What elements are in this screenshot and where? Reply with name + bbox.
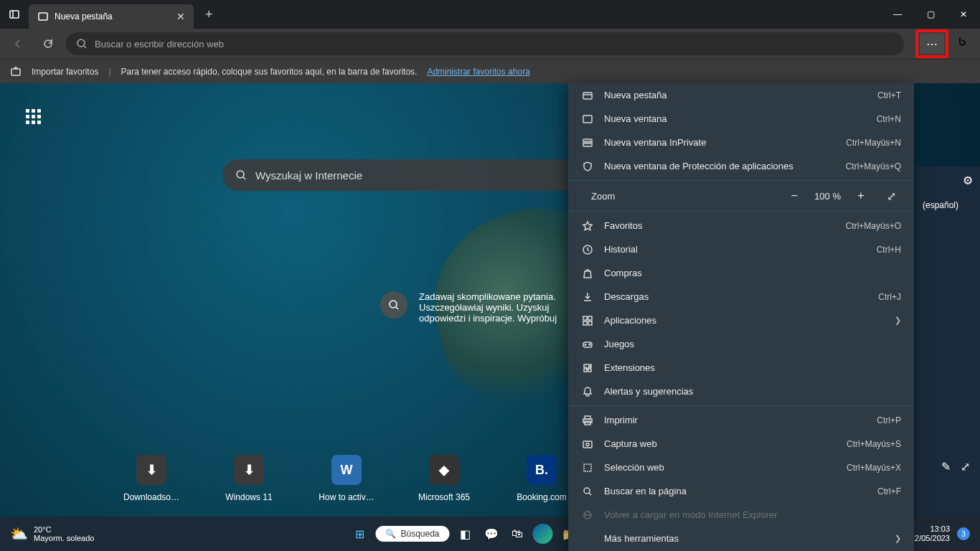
expand-icon[interactable]: ⤢: [961, 460, 970, 474]
menu-item-label: Juegos: [604, 339, 901, 349]
search-icon: [76, 38, 88, 50]
apps-grid-icon[interactable]: [26, 109, 42, 125]
browser-tab[interactable]: Nueva pestaña ✕: [29, 4, 194, 29]
manage-favorites-link[interactable]: Administrar favoritos ahora: [427, 67, 529, 77]
quick-link-tile: ◆: [429, 455, 459, 485]
chat-icon[interactable]: 💬: [481, 524, 501, 544]
menu-shortcut: Ctrl+H: [877, 245, 901, 255]
tab-icon: [37, 11, 49, 22]
menu-item-m-s-herramientas[interactable]: Más herramientas ❯: [568, 527, 914, 550]
menu-shortcut: Ctrl+Mayús+O: [846, 221, 901, 231]
menu-item-juegos[interactable]: Juegos: [568, 332, 914, 356]
menu-shortcut: Ctrl+J: [878, 292, 901, 302]
svg-rect-18: [588, 316, 592, 320]
search-icon: [235, 169, 247, 181]
chevron-right-icon: ❯: [895, 316, 901, 325]
fullscreen-button[interactable]: ⤢: [881, 189, 901, 203]
zoom-out-button[interactable]: −: [784, 189, 804, 202]
web-search-box[interactable]: Wyszukaj w Internecie: [222, 159, 581, 191]
quick-link-label: Windows 11: [225, 492, 272, 502]
taskbar-search[interactable]: 🔍 Búsqueda: [375, 526, 449, 542]
menu-item-nueva-pesta-a[interactable]: Nueva pestaña Ctrl+T: [568, 83, 914, 107]
browser-toolbar: Buscar o escribir dirección web ⋯: [0, 29, 980, 59]
svg-rect-2: [39, 13, 47, 20]
menu-item-label: Nueva ventana InPrivate: [604, 137, 836, 148]
titlebar: Nueva pestaña ✕ + — ▢ ✕: [0, 0, 980, 29]
menu-separator: [568, 180, 914, 181]
menu-item-nueva-ventana-inprivate[interactable]: Nueva ventana InPrivate Ctrl+Mayús+N: [568, 131, 914, 154]
apps-icon: [581, 315, 594, 326]
svg-point-8: [390, 301, 397, 308]
menu-shortcut: Ctrl+N: [877, 114, 901, 124]
svg-rect-12: [583, 116, 592, 123]
ai-hint: Zadawaj skomplikowane pytania. Uszczegół…: [380, 291, 581, 324]
refresh-button[interactable]: [36, 32, 60, 56]
svg-rect-0: [10, 11, 19, 18]
svg-line-9: [396, 307, 398, 309]
menu-item-label: Aplicaciones: [604, 315, 885, 326]
menu-item-label: Compras: [604, 268, 901, 278]
menu-item-historial[interactable]: Historial Ctrl+H: [568, 237, 914, 261]
menu-item-captura-web[interactable]: Captura web Ctrl+Mayús+S: [568, 432, 914, 456]
address-bar[interactable]: Buscar o escribir dirección web: [66, 32, 904, 55]
store-icon[interactable]: 🛍: [507, 524, 527, 544]
quick-link[interactable]: ⬇Downloadso…: [122, 455, 181, 502]
bing-button[interactable]: [950, 29, 974, 54]
quick-link-tile: W: [331, 455, 362, 485]
menu-shortcut: Ctrl+F: [877, 486, 901, 496]
maximize-button[interactable]: ▢: [914, 0, 947, 29]
menu-item-descargas[interactable]: Descargas Ctrl+J: [568, 285, 914, 309]
weather-desc: Mayorm. soleado: [34, 534, 94, 542]
quick-link[interactable]: WHow to activ…: [317, 455, 376, 502]
back-button[interactable]: [6, 32, 30, 56]
svg-point-3: [77, 39, 85, 47]
zoom-in-button[interactable]: +: [851, 189, 871, 202]
quick-link-tile: ⬇: [234, 455, 264, 485]
menu-item-nueva-ventana-de-protecci-n-de-aplicaciones[interactable]: Nueva ventana de Protección de aplicacio…: [568, 154, 914, 178]
new-tab-button[interactable]: +: [199, 4, 219, 25]
menu-shortcut: Ctrl+Mayús+S: [847, 439, 901, 449]
tab-actions-icon[interactable]: [9, 9, 20, 20]
menu-item-favoritos[interactable]: Favoritos Ctrl+Mayús+O: [568, 214, 914, 237]
quick-link[interactable]: B.Booking.com: [512, 455, 571, 502]
menu-item-label: Selección web: [604, 462, 837, 473]
weather-widget[interactable]: ⛅ 20°C Mayorm. soleado: [0, 525, 104, 542]
task-view-button[interactable]: ◧: [456, 524, 476, 544]
close-tab-icon[interactable]: ✕: [176, 11, 185, 22]
menu-shortcut: Ctrl+T: [877, 90, 901, 100]
minimize-button[interactable]: —: [881, 0, 914, 29]
menu-item-imprimir[interactable]: Imprimir Ctrl+P: [568, 408, 914, 432]
games-icon: [581, 339, 594, 350]
menu-item-nueva-ventana[interactable]: Nueva ventana Ctrl+N: [568, 107, 914, 131]
svg-rect-5: [11, 69, 20, 75]
menu-shortcut: Ctrl+Mayús+N: [846, 138, 901, 148]
menu-item-extensiones[interactable]: Extensiones: [568, 356, 914, 380]
menu-zoom-row: Zoom − 100 % + ⤢: [568, 183, 914, 209]
menu-item-label: Alertas y sugerencias: [604, 386, 901, 397]
quick-link[interactable]: ⬇Windows 11: [220, 455, 278, 502]
new-tab-content: Wyszukaj w Internecie Zadawaj skomplikow…: [0, 83, 980, 517]
notification-badge[interactable]: 3: [957, 527, 970, 540]
chevron-right-icon: ❯: [895, 534, 901, 543]
edit-icon[interactable]: ✎: [941, 460, 951, 474]
menu-item-label: Favoritos: [604, 220, 836, 231]
quick-link[interactable]: ◆Microsoft 365: [415, 455, 473, 502]
menu-item-alertas-y-sugerencias[interactable]: Alertas y sugerencias: [568, 380, 914, 403]
bell-icon: [581, 386, 594, 397]
tab-icon: [581, 90, 594, 101]
start-button[interactable]: ⊞: [349, 524, 369, 544]
menu-item-buscar-en-la-p-gina[interactable]: Buscar en la página Ctrl+F: [568, 479, 914, 503]
import-favorites-button[interactable]: Importar favoritos: [32, 67, 98, 77]
menu-item-selecci-n-web[interactable]: Selección web Ctrl+Mayús+X: [568, 456, 914, 479]
gear-icon[interactable]: ⚙: [923, 174, 973, 187]
find-icon: [581, 486, 594, 497]
close-window-button[interactable]: ✕: [947, 0, 980, 29]
menu-item-aplicaciones[interactable]: Aplicaciones ❯: [568, 309, 914, 332]
more-menu-button[interactable]: ⋯: [920, 34, 944, 54]
menu-item-compras[interactable]: Compras: [568, 261, 914, 285]
edge-icon[interactable]: [533, 524, 553, 544]
print-icon: [581, 415, 594, 426]
svg-line-4: [84, 46, 86, 48]
ai-search-icon[interactable]: [380, 291, 407, 319]
quick-link-label: Booking.com: [517, 492, 566, 502]
